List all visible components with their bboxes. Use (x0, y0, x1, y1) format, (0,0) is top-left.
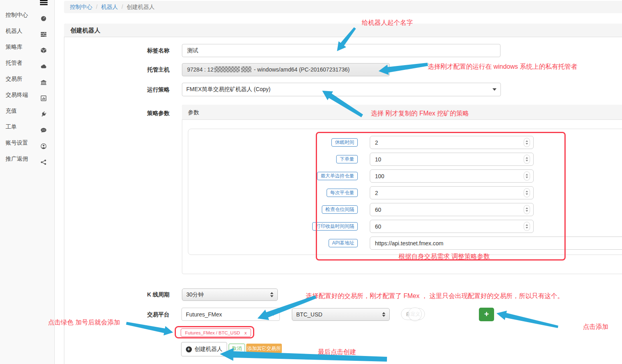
redacted-ip-block (241, 66, 251, 72)
breadcrumb-item[interactable]: 控制中心 (70, 4, 92, 10)
annotation-exchange-hint: 选择配置好的交易所，刚才配置了 FMex ， 这里只会出现配置好的交易所，所以只… (306, 292, 564, 300)
bar-chart-icon (40, 91, 47, 98)
annotation-add-hint: 点击添加 (583, 323, 608, 331)
create-button-label: 创建机器人 (195, 346, 223, 353)
redacted-ip-block (214, 66, 240, 72)
exchange-value: Futures_FMex (186, 311, 268, 318)
sidebar-item-label: 机器人 (6, 28, 22, 34)
annotation-strategy-hint: 选择 刚才复制的 FMex 挖矿的策略 (371, 109, 469, 118)
sidebar-item-label: 工单 (6, 123, 17, 130)
create-robot-button[interactable]: + 创建机器人 (181, 342, 227, 356)
updown-arrows-icon (270, 292, 273, 297)
sidebar-item-control-center[interactable]: 控制中心 (0, 7, 54, 23)
create-robot-page: 控制中心机器人策略库托管者交易所交易终端充值工单账号设置推广返佣 控制中心/机器… (0, 0, 622, 364)
bank-icon (40, 76, 47, 82)
strategy-select[interactable]: FMEX简单交易挖矿机器人 (Copy) (182, 83, 501, 96)
kline-period-value: 30分钟 (186, 291, 267, 298)
strategy-value: FMEX简单交易挖矿机器人 (Copy) (186, 86, 489, 93)
sidebar-item-label: 控制中心 (6, 12, 28, 18)
plug-icon (40, 107, 47, 114)
breadcrumb-item: 创建机器人 (127, 4, 155, 10)
sidebar-item-trading-terminal[interactable]: 交易终端 (0, 87, 54, 103)
breadcrumb-item[interactable]: 机器人 (101, 4, 118, 10)
sidebar-item-deposit[interactable]: 充值 (0, 103, 54, 119)
kline-period-select[interactable]: 30分钟 (182, 288, 278, 301)
params-label: 策略参数 (126, 110, 169, 117)
sidebar-item-label: 账号设置 (6, 139, 28, 146)
sidebar-item-label: 策略库 (6, 44, 22, 50)
sidebar-item-hosts[interactable]: 托管者 (0, 55, 54, 71)
sidebar-item-robots[interactable]: 机器人 (0, 23, 54, 39)
sidebar: 控制中心机器人策略库托管者交易所交易终端充值工单账号设置推广返佣 (0, 0, 55, 364)
add-pair-button[interactable]: + (479, 308, 494, 321)
sidebar-item-exchanges[interactable]: 交易所 (0, 71, 54, 87)
sidebar-item-label: 充值 (6, 107, 17, 114)
add-exchange-button[interactable]: 添加其它交易所 (246, 344, 282, 353)
updown-arrows-icon (382, 312, 385, 317)
chevron-down-icon (271, 313, 275, 316)
breadcrumb-separator: / (122, 4, 123, 10)
host-label: 托管主机 (126, 66, 169, 74)
sidebar-item-tickets[interactable]: 工单 (0, 119, 54, 135)
robot-list-icon (40, 28, 47, 34)
sidebar-item-label: 托管者 (6, 60, 22, 66)
panel-title: 创建机器人 (64, 24, 622, 37)
annotation-params-hint: 根据自身交易需求 调整策略参数 (399, 253, 490, 261)
chevron-down-icon (492, 88, 496, 91)
pair-select[interactable]: BTC_USD (292, 308, 390, 321)
name-label: 标签名称 (126, 47, 169, 54)
strategy-label: 运行策略 (126, 86, 169, 93)
user-icon (40, 139, 47, 146)
kline-label: K 线周期 (126, 291, 169, 298)
cube-icon (40, 44, 47, 50)
dashboard-icon (40, 12, 47, 18)
breadcrumb-separator: / (96, 4, 98, 10)
cancel-button[interactable]: 取消 (229, 344, 245, 353)
host-value-suffix: - windows/amd64 (PC-201607231736) (252, 66, 350, 73)
sidebar-toggle-button[interactable] (40, 0, 48, 6)
custom-toggle[interactable]: 自定义 (401, 308, 425, 320)
annotation-create-hint: 最后点击创建 (318, 348, 356, 356)
sidebar-item-label: 交易终端 (6, 91, 28, 98)
cloud-icon (40, 60, 47, 66)
host-value-prefix: 97284 : 12 (187, 66, 213, 73)
share-icon (40, 155, 47, 162)
sidebar-item-account-settings[interactable]: 账号设置 (0, 135, 54, 151)
pair-value: BTC_USD (296, 311, 379, 318)
exchange-select[interactable]: Futures_FMex (181, 308, 280, 321)
host-select[interactable]: 97284 : 12 - windows/amd64 (PC-201607231… (182, 63, 390, 76)
robot-name-input[interactable] (182, 44, 500, 57)
comment-icon (40, 123, 47, 130)
annotation-plus-hint: 点击绿色 加号后就会添加 (48, 318, 120, 327)
sidebar-item-label: 交易所 (6, 76, 22, 82)
pair-tag-highlight-box (175, 326, 254, 338)
annotation-host-hint: 选择刚才配置的运行在 windows 系统上的私有托管者 (428, 63, 577, 71)
sidebar-item-referral[interactable]: 推广返佣 (0, 151, 54, 167)
hamburger-icon (40, 0, 48, 1)
sidebar-menu: 控制中心机器人策略库托管者交易所交易终端充值工单账号设置推广返佣 (0, 7, 54, 167)
toggle-knob (408, 307, 422, 321)
sidebar-item-strategy-library[interactable]: 策略库 (0, 39, 54, 55)
platform-label: 交易平台 (126, 311, 169, 318)
plus-circle-icon: + (186, 346, 192, 352)
params-highlight-box (316, 132, 566, 261)
annotation-name-hint: 给机器人起个名字 (362, 19, 413, 27)
breadcrumb: 控制中心/机器人/创建机器人 (64, 1, 622, 13)
sidebar-item-label: 推广返佣 (6, 155, 28, 162)
